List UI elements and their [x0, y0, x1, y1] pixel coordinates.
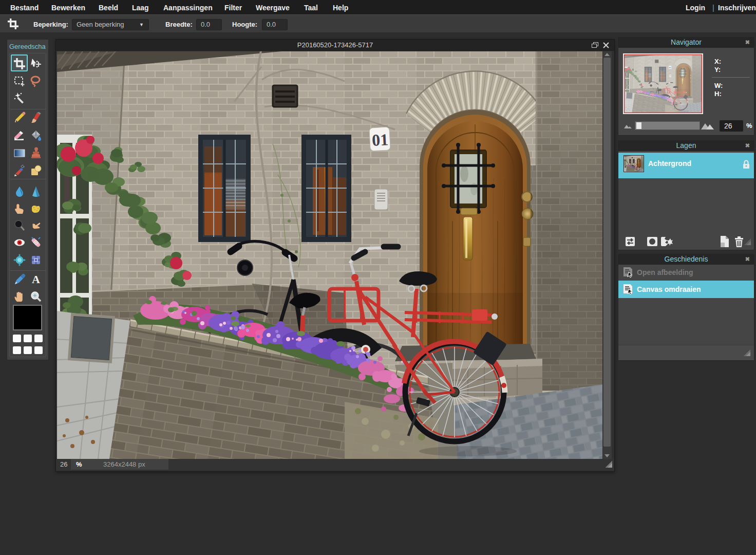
svg-text:01: 01: [371, 130, 389, 150]
svg-text:A: A: [32, 273, 40, 286]
